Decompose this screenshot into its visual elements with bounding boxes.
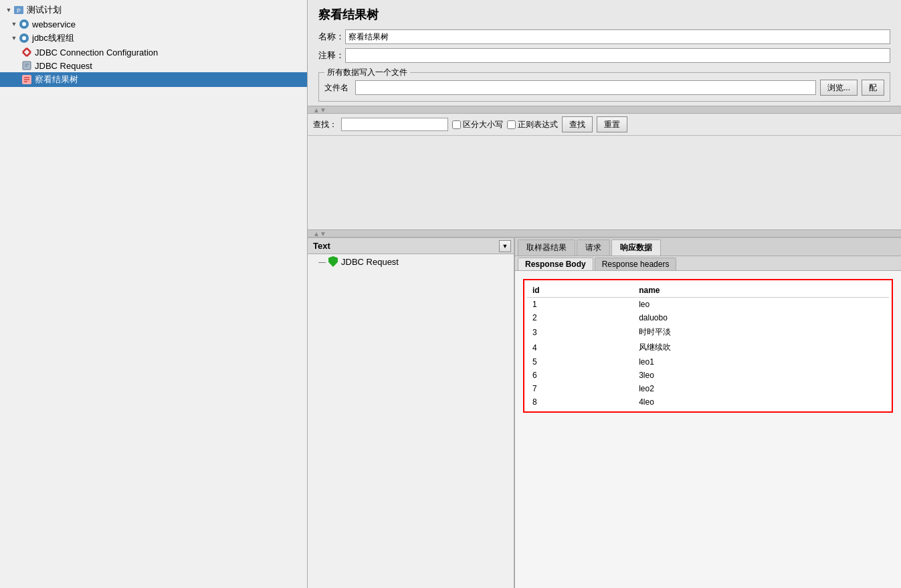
shield-success-icon bbox=[328, 256, 338, 267]
table-cell: 1 bbox=[527, 298, 633, 312]
table-cell: leo2 bbox=[633, 382, 889, 395]
toggle-arrow[interactable]: ▼ bbox=[5, 7, 12, 13]
test-plan-icon: P bbox=[13, 5, 24, 15]
regex-check[interactable] bbox=[507, 120, 516, 129]
table-cell: 5 bbox=[527, 355, 633, 369]
name-label: 名称： bbox=[318, 31, 345, 43]
svg-line-8 bbox=[23, 52, 27, 56]
col-header-name: name bbox=[633, 283, 889, 298]
sidebar: ▼ P 测试计划 ▼ webservic bbox=[0, 0, 308, 588]
sidebar-item-label: JDBC Connection Configuration bbox=[35, 47, 158, 58]
table-cell: leo bbox=[633, 298, 889, 312]
sidebar-item-test-plan[interactable]: ▼ P 测试计划 bbox=[0, 3, 307, 17]
table-row: 1leo bbox=[527, 298, 889, 312]
sidebar-item-label: jdbc线程组 bbox=[32, 32, 74, 44]
table-header-row: id name bbox=[527, 283, 889, 298]
table-cell: 6 bbox=[527, 369, 633, 382]
col-header-id: id bbox=[527, 283, 633, 298]
table-cell: daluobo bbox=[633, 311, 889, 324]
sub-tabs-bar: Response Body Response headers bbox=[515, 256, 901, 271]
right-panel: 察看结果树 名称： 注释： 所有数据写入一个文件 文件名 浏览... 配 ▲▼ bbox=[308, 0, 901, 588]
sidebar-item-label: 察看结果树 bbox=[35, 74, 78, 86]
sidebar-item-label: JDBC Request bbox=[35, 61, 92, 71]
browse-button[interactable]: 浏览... bbox=[820, 80, 858, 96]
response-content-area: id name 1leo2daluobo3时时平淡4风继续吹5leo163leo… bbox=[515, 271, 901, 588]
main-tabs-bar: 取样器结果 请求 响应数据 bbox=[515, 238, 901, 256]
tab-request[interactable]: 请求 bbox=[577, 239, 610, 256]
middle-content: 查找： 区分大小写 正则表达式 查找 重置 ▲▼ bbox=[308, 114, 901, 588]
case-sensitive-check[interactable] bbox=[452, 120, 461, 129]
name-section: 名称： 注释： bbox=[308, 27, 901, 70]
result-tree-item-jdbc[interactable]: — JDBC Request bbox=[308, 254, 514, 269]
case-sensitive-label: 区分大小写 bbox=[463, 119, 503, 130]
table-cell: 3 bbox=[527, 324, 633, 340]
toggle-arrow-thread-group[interactable]: ▼ bbox=[11, 35, 17, 41]
upper-result-area bbox=[308, 136, 901, 229]
result-tree-icon bbox=[21, 74, 32, 85]
table-cell: 7 bbox=[527, 382, 633, 395]
sidebar-item-label: webservice bbox=[32, 19, 76, 29]
table-cell: 3leo bbox=[633, 369, 889, 382]
sidebar-item-webservice[interactable]: ▼ webservice bbox=[0, 17, 307, 31]
file-input[interactable] bbox=[355, 80, 816, 95]
table-row: 63leo bbox=[527, 369, 889, 382]
tab-sampler-result[interactable]: 取样器结果 bbox=[518, 239, 575, 256]
toggle-arrow-webservice[interactable]: ▼ bbox=[11, 21, 17, 27]
bottom-split: Text ▼ — JDBC Request bbox=[308, 237, 901, 588]
result-left-title: Text bbox=[310, 239, 499, 252]
tab-response-headers[interactable]: Response headers bbox=[595, 258, 677, 270]
sidebar-item-jdbc-thread-group[interactable]: ▼ jdbc线程组 bbox=[0, 31, 307, 45]
table-row: 7leo2 bbox=[527, 382, 889, 395]
jdbc-request-icon bbox=[21, 60, 32, 71]
svg-rect-10 bbox=[23, 62, 31, 70]
table-row: 3时时平淡 bbox=[527, 324, 889, 340]
dropdown-arrow-icon: ▼ bbox=[502, 243, 508, 250]
svg-text:P: P bbox=[17, 7, 21, 14]
h-divider-top[interactable]: ▲▼ bbox=[308, 106, 901, 114]
group-box-title: 所有数据写入一个文件 bbox=[324, 67, 410, 78]
config-button[interactable]: 配 bbox=[862, 80, 884, 96]
file-label: 文件名 bbox=[324, 82, 348, 94]
h-divider-bottom[interactable]: ▲▼ bbox=[308, 229, 901, 237]
table-cell: 8 bbox=[527, 395, 633, 409]
search-input[interactable] bbox=[341, 118, 448, 131]
sidebar-item-jdbc-request[interactable]: JDBC Request bbox=[0, 59, 307, 72]
webservice-icon bbox=[19, 19, 29, 29]
table-cell: 2 bbox=[527, 311, 633, 324]
table-cell: 4leo bbox=[633, 395, 889, 409]
svg-point-3 bbox=[22, 22, 26, 26]
search-label: 查找： bbox=[313, 119, 337, 130]
svg-line-6 bbox=[23, 48, 27, 52]
panel-title: 察看结果树 bbox=[308, 0, 901, 27]
svg-line-7 bbox=[27, 48, 31, 52]
table-row: 2daluobo bbox=[527, 311, 889, 324]
case-sensitive-checkbox[interactable]: 区分大小写 bbox=[452, 119, 503, 130]
sidebar-item-jdbc-connection[interactable]: JDBC Connection Configuration bbox=[0, 45, 307, 59]
sidebar-item-label: 测试计划 bbox=[27, 4, 62, 16]
table-cell: leo1 bbox=[633, 355, 889, 369]
name-input[interactable] bbox=[345, 29, 890, 44]
sidebar-item-result-tree[interactable]: 察看结果树 bbox=[0, 72, 307, 87]
search-bar: 查找： 区分大小写 正则表达式 查找 重置 bbox=[308, 114, 901, 136]
result-item-label: JDBC Request bbox=[341, 257, 399, 267]
find-button[interactable]: 查找 bbox=[562, 116, 593, 132]
comment-label: 注释： bbox=[318, 50, 345, 62]
regex-checkbox[interactable]: 正则表达式 bbox=[507, 119, 558, 130]
jdbc-config-icon bbox=[21, 47, 32, 58]
comment-input[interactable] bbox=[345, 48, 890, 63]
file-group-box: 所有数据写入一个文件 文件名 浏览... 配 bbox=[318, 72, 890, 102]
table-cell: 时时平淡 bbox=[633, 324, 889, 340]
table-cell: 风继续吹 bbox=[633, 340, 889, 355]
result-dropdown-button[interactable]: ▼ bbox=[499, 240, 511, 252]
svg-point-5 bbox=[22, 36, 26, 40]
thread-group-icon bbox=[19, 33, 29, 43]
table-cell: 4 bbox=[527, 340, 633, 355]
tab-response-data[interactable]: 响应数据 bbox=[611, 239, 661, 256]
result-right-panel: 取样器结果 请求 响应数据 Response Body Response hea… bbox=[515, 238, 901, 588]
table-row: 84leo bbox=[527, 395, 889, 409]
reset-button[interactable]: 重置 bbox=[597, 116, 627, 132]
regex-label: 正则表达式 bbox=[518, 119, 558, 130]
tab-response-body[interactable]: Response Body bbox=[518, 258, 593, 270]
table-row: 4风继续吹 bbox=[527, 340, 889, 355]
data-table-wrapper: id name 1leo2daluobo3时时平淡4风继续吹5leo163leo… bbox=[523, 279, 893, 413]
